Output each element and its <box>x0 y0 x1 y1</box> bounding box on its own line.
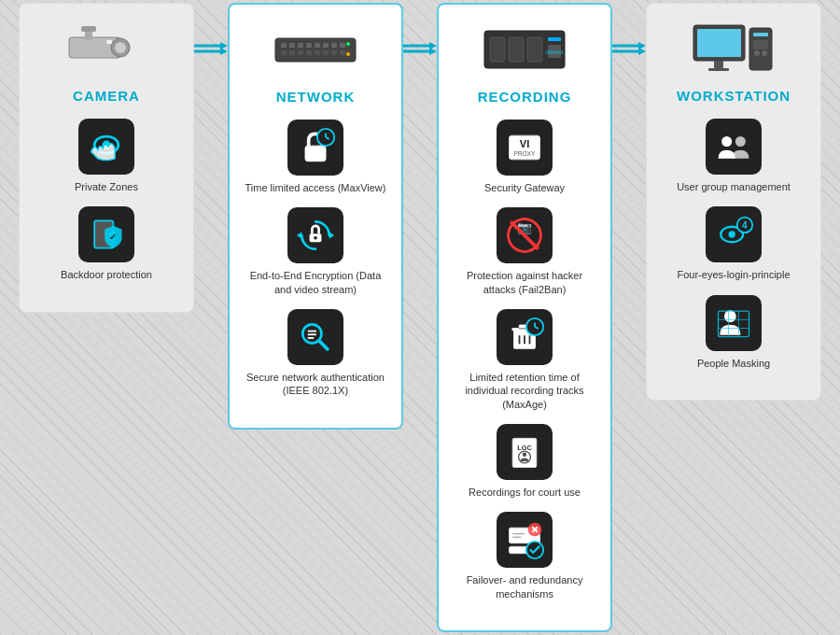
feature-net-auth: Secure network authentication (IEEE 802.… <box>239 309 392 398</box>
court-use-label: Recordings for court use <box>469 486 581 499</box>
svg-rect-96 <box>753 40 768 49</box>
svg-rect-22 <box>331 43 337 48</box>
svg-rect-54 <box>527 37 542 62</box>
svg-rect-29 <box>323 50 329 55</box>
svg-point-100 <box>735 136 746 147</box>
arrow-3 <box>612 40 646 57</box>
security-gateway-icon: VI PROXY <box>497 120 553 176</box>
network-device-icon <box>273 21 357 78</box>
people-masking-icon <box>706 295 762 351</box>
feature-court-use: LGC Recordings for court use <box>448 424 601 499</box>
svg-point-105 <box>724 310 736 322</box>
svg-point-41 <box>314 236 317 240</box>
svg-rect-93 <box>708 68 729 71</box>
main-diagram: CAMERA Private Zones <box>19 3 821 632</box>
workstation-device-icon <box>692 21 776 77</box>
svg-point-99 <box>721 136 732 147</box>
user-group-icon <box>706 119 762 175</box>
svg-point-98 <box>762 50 767 56</box>
arrow-1 <box>194 40 228 57</box>
svg-point-32 <box>346 42 350 46</box>
court-use-icon: LGC <box>497 424 553 480</box>
svg-text:4: 4 <box>742 220 748 231</box>
hacker-protection-icon: 📷 <box>497 207 553 263</box>
svg-rect-27 <box>306 50 312 55</box>
encryption-icon <box>287 207 343 263</box>
svg-rect-21 <box>323 43 329 48</box>
security-gateway-label: Security Gateway <box>484 181 565 194</box>
svg-rect-91 <box>697 29 741 57</box>
feature-four-eyes: 4 Four-eyes-login-principle <box>656 206 811 281</box>
failover-label: Failover- and redundancy mechanisms <box>450 573 599 600</box>
svg-marker-38 <box>329 233 335 239</box>
svg-rect-26 <box>298 50 303 55</box>
arrow-2 <box>403 40 437 57</box>
svg-rect-15 <box>275 38 356 62</box>
column-network: NETWORK Time limited access (MaxView) <box>228 3 403 429</box>
svg-rect-18 <box>298 43 303 48</box>
net-auth-label: Secure network authentication (IEEE 802.… <box>241 371 390 398</box>
svg-rect-19 <box>306 43 312 48</box>
svg-marker-89 <box>638 48 646 55</box>
svg-rect-5 <box>106 40 112 44</box>
feature-time-limited: Time limited access (MaxView) <box>239 120 392 194</box>
net-auth-icon <box>287 309 343 365</box>
time-limited-icon <box>287 120 343 176</box>
svg-marker-39 <box>297 233 302 239</box>
svg-rect-25 <box>289 50 295 55</box>
user-group-label: User group management <box>677 180 791 193</box>
encryption-label: End-to-End Encryption (Data and video st… <box>241 269 390 296</box>
svg-text:PROXY: PROXY <box>514 150 536 157</box>
failover-icon <box>497 512 553 568</box>
svg-rect-95 <box>753 33 768 36</box>
camera-device-icon <box>64 21 148 77</box>
people-masking-label: People Masking <box>697 357 770 370</box>
backdoor-label: Backdoor protection <box>61 268 152 281</box>
svg-rect-3 <box>85 31 92 40</box>
limited-retention-icon <box>497 309 553 365</box>
svg-rect-34 <box>305 146 326 162</box>
recording-title: RECORDING <box>478 89 572 105</box>
svg-marker-14 <box>220 48 228 55</box>
svg-rect-24 <box>281 50 287 55</box>
svg-rect-23 <box>340 43 345 48</box>
feature-encryption: End-to-End Encryption (Data and video st… <box>239 207 392 296</box>
feature-failover: Failover- and redundancy mechanisms <box>448 512 601 600</box>
svg-rect-55 <box>548 37 561 41</box>
svg-rect-20 <box>315 43 320 48</box>
network-title: NETWORK <box>276 89 356 105</box>
backdoor-icon: ✓ <box>78 206 134 262</box>
svg-point-33 <box>346 52 350 56</box>
feature-security-gateway: VI PROXY Security Gateway <box>448 120 601 194</box>
svg-rect-17 <box>289 43 295 48</box>
column-camera: CAMERA Private Zones <box>19 3 194 313</box>
time-limited-label: Time limited access (MaxView) <box>245 181 385 194</box>
four-eyes-icon: 4 <box>706 206 762 262</box>
feature-limited-retention: Limited retention time of individual rec… <box>448 309 601 411</box>
svg-point-97 <box>754 50 760 56</box>
svg-line-43 <box>319 341 328 349</box>
private-zones-icon <box>78 119 134 175</box>
svg-rect-16 <box>281 43 287 48</box>
feature-private-zones: Private Zones <box>29 119 184 193</box>
svg-point-10 <box>108 233 112 237</box>
feature-people-masking: People Masking <box>656 295 811 370</box>
feature-hacker-protection: 📷 Protection against hacker attacks (Fai… <box>448 207 601 296</box>
svg-rect-30 <box>331 50 337 55</box>
svg-marker-50 <box>429 48 437 55</box>
column-recording: OMAVIA RECORDING VI PROXY Security Gatew… <box>437 3 612 632</box>
column-workstation: WORKSTATION User group management <box>646 3 821 401</box>
svg-rect-31 <box>340 50 345 55</box>
svg-rect-4 <box>81 26 96 32</box>
svg-point-77 <box>523 452 527 457</box>
limited-retention-label: Limited retention time of individual rec… <box>450 371 599 411</box>
workstation-title: WORKSTATION <box>677 88 791 104</box>
private-zones-label: Private Zones <box>75 180 138 193</box>
svg-rect-53 <box>509 37 524 62</box>
four-eyes-label: Four-eyes-login-principle <box>677 268 790 281</box>
feature-user-group: User group management <box>656 119 811 193</box>
svg-rect-28 <box>315 50 320 55</box>
camera-title: CAMERA <box>73 88 140 104</box>
svg-point-102 <box>729 232 735 238</box>
svg-rect-92 <box>714 61 723 68</box>
